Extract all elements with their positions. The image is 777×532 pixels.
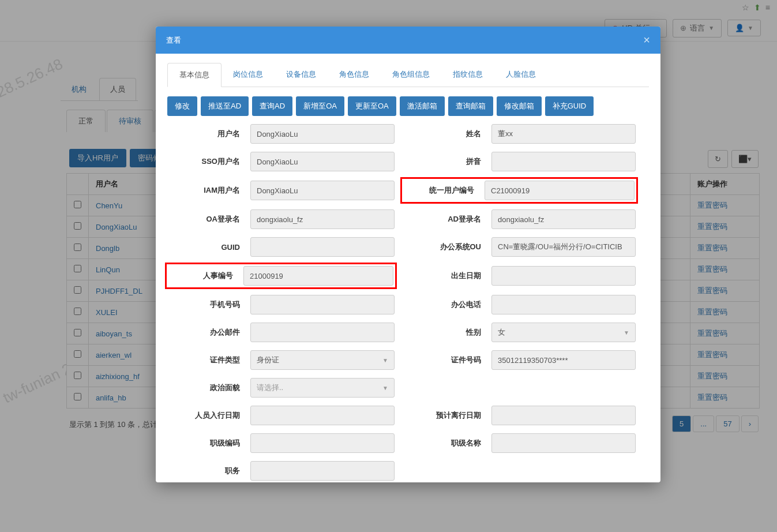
label-iam: IAM用户名 bbox=[167, 185, 242, 196]
field-idtype[interactable]: 身份证 ▼ bbox=[250, 350, 395, 370]
action-button[interactable]: 更新至OA bbox=[348, 96, 396, 116]
label-gender: 性别 bbox=[403, 327, 483, 338]
action-button[interactable]: 修改 bbox=[167, 96, 197, 116]
chevron-down-icon: ▼ bbox=[382, 357, 388, 364]
field-oa-login: dongxiaolu_fz bbox=[250, 209, 395, 229]
field-dob bbox=[491, 266, 636, 286]
field-name: 董xx bbox=[491, 124, 636, 144]
action-button[interactable]: 查询AD bbox=[252, 96, 292, 116]
modal-tab[interactable]: 角色组信息 bbox=[381, 63, 441, 87]
label-unified-user-no: 统一用户编号 bbox=[404, 185, 476, 196]
modal-tab[interactable]: 角色信息 bbox=[328, 63, 381, 87]
action-button[interactable]: 查询邮箱 bbox=[448, 96, 493, 116]
chevron-down-icon: ▼ bbox=[382, 385, 388, 391]
action-button[interactable]: 激活邮箱 bbox=[400, 96, 445, 116]
gender-value: 女 bbox=[498, 327, 505, 338]
label-ou: 办公系统OU bbox=[403, 242, 483, 252]
label-rank-code: 职级编码 bbox=[167, 438, 242, 448]
modal-tab[interactable]: 指纹信息 bbox=[441, 63, 494, 87]
label-office-tel: 办公电话 bbox=[403, 299, 483, 310]
label-join-date: 人员入行日期 bbox=[167, 410, 242, 421]
chevron-down-icon: ▼ bbox=[624, 329, 629, 336]
modal-tab[interactable]: 人脸信息 bbox=[494, 63, 547, 87]
field-ou: CN=董晓露/OU=福州分行/O=CITICIB bbox=[491, 237, 636, 257]
field-office-tel bbox=[491, 295, 636, 314]
label-pinyin: 拼音 bbox=[403, 156, 483, 167]
field-politics[interactable]: 请选择.. ▼ bbox=[250, 378, 395, 398]
detail-form: 用户名 DongXiaoLu 姓名 董xx SSO用户名 DongXiaoLu … bbox=[167, 118, 649, 481]
label-idno: 证件号码 bbox=[403, 355, 483, 365]
label-idtype: 证件类型 bbox=[167, 355, 242, 365]
modal-actions: 修改推送至AD查询AD新增至OA更新至OA激活邮箱查询邮箱修改邮箱补充GUID bbox=[167, 96, 649, 116]
label-guid: GUID bbox=[167, 243, 242, 252]
field-username: DongXiaoLu bbox=[250, 124, 395, 144]
field-hr-no: 21000919 bbox=[243, 266, 393, 286]
label-politics: 政治面貌 bbox=[167, 383, 242, 393]
modal-tab[interactable]: 设备信息 bbox=[275, 63, 328, 87]
modal-header: 查看 × bbox=[156, 27, 660, 54]
action-button[interactable]: 推送至AD bbox=[201, 96, 249, 116]
action-button[interactable]: 修改邮箱 bbox=[497, 96, 542, 116]
field-join-date bbox=[250, 406, 395, 425]
idtype-value: 身份证 bbox=[257, 355, 279, 365]
field-gender[interactable]: 女 ▼ bbox=[491, 323, 636, 342]
label-sso: SSO用户名 bbox=[167, 156, 242, 167]
close-icon[interactable]: × bbox=[643, 33, 650, 47]
label-hr-no: 人事编号 bbox=[168, 271, 235, 281]
field-rank-name bbox=[491, 433, 636, 453]
view-modal: 查看 × 基本信息岗位信息设备信息角色信息角色组信息指纹信息人脸信息 修改推送至… bbox=[156, 27, 660, 482]
modal-tab[interactable]: 岗位信息 bbox=[222, 63, 275, 87]
field-iam: DongXiaoLu bbox=[250, 181, 395, 200]
field-guid bbox=[250, 237, 395, 257]
action-button[interactable]: 补充GUID bbox=[545, 96, 594, 116]
label-leave-date: 预计离行日期 bbox=[403, 410, 483, 421]
field-ad-login: dongxiaolu_fz bbox=[491, 209, 636, 229]
field-office-email bbox=[250, 323, 395, 342]
modal-tabs: 基本信息岗位信息设备信息角色信息角色组信息指纹信息人脸信息 bbox=[167, 63, 649, 87]
label-job: 职务 bbox=[167, 466, 242, 476]
politics-placeholder: 请选择.. bbox=[257, 383, 283, 393]
label-rank-name: 职级名称 bbox=[403, 438, 483, 448]
modal-title: 查看 bbox=[166, 35, 181, 46]
field-rank-code bbox=[250, 433, 395, 453]
label-dob: 出生日期 bbox=[403, 271, 483, 281]
action-button[interactable]: 新增至OA bbox=[296, 96, 344, 116]
modal-tab[interactable]: 基本信息 bbox=[167, 63, 222, 87]
field-unified-user-no: C21000919 bbox=[485, 181, 635, 200]
field-pinyin bbox=[491, 152, 636, 171]
label-mobile: 手机号码 bbox=[167, 299, 242, 310]
field-sso: DongXiaoLu bbox=[250, 152, 395, 171]
field-idno: 35012119350703**** bbox=[491, 350, 636, 370]
field-job bbox=[250, 461, 395, 481]
label-ad-login: AD登录名 bbox=[403, 214, 483, 224]
field-leave-date bbox=[491, 406, 636, 425]
label-username: 用户名 bbox=[167, 129, 242, 139]
field-mobile bbox=[250, 295, 395, 314]
label-office-email: 办公邮件 bbox=[167, 327, 242, 338]
modal-body: 基本信息岗位信息设备信息角色信息角色组信息指纹信息人脸信息 修改推送至AD查询A… bbox=[156, 54, 660, 482]
label-oa-login: OA登录名 bbox=[167, 214, 242, 224]
label-name: 姓名 bbox=[403, 129, 483, 139]
